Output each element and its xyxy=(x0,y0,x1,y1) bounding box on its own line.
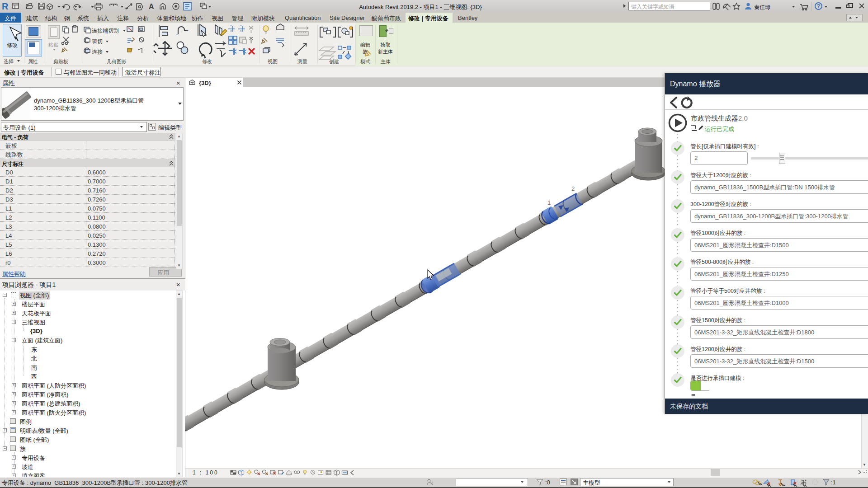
svg-text:1: 1 xyxy=(547,199,551,206)
svg-text:A: A xyxy=(149,3,154,10)
svg-text:2: 2 xyxy=(571,185,575,192)
